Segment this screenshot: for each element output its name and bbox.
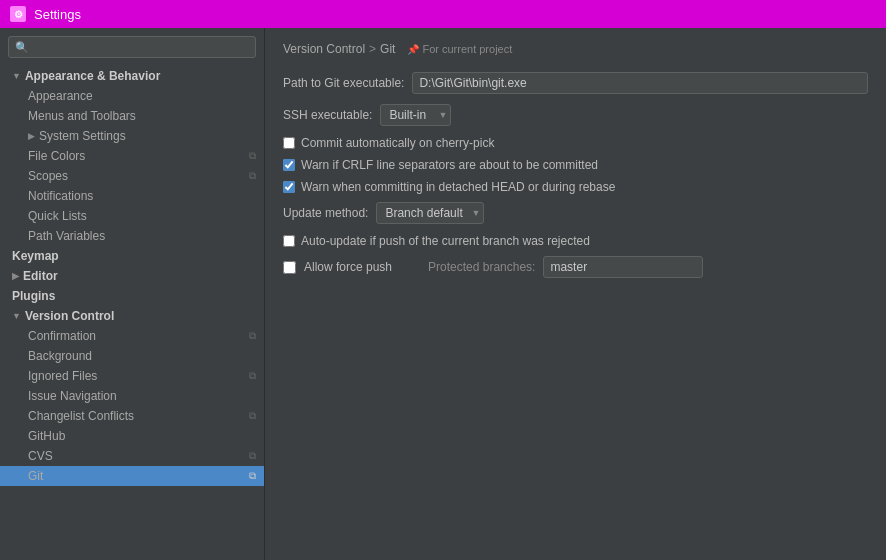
- ssh-select-wrapper[interactable]: Built-in Native System ▼: [380, 104, 451, 126]
- force-push-row: Allow force push Protected branches:: [283, 256, 868, 278]
- sidebar-item-label: Notifications: [28, 189, 93, 203]
- sidebar-item-label: CVS: [28, 449, 53, 463]
- copy-icon: ⧉: [249, 450, 256, 462]
- breadcrumb-part2: Git: [380, 42, 395, 56]
- sidebar-item-appearance[interactable]: Appearance: [0, 86, 264, 106]
- sidebar-item-background[interactable]: Background: [0, 346, 264, 366]
- git-path-row: Path to Git executable:: [283, 72, 868, 94]
- ssh-select[interactable]: Built-in Native System: [380, 104, 451, 126]
- pin-icon: 📌: [407, 44, 419, 55]
- sidebar-item-label: Appearance: [28, 89, 93, 103]
- cherry-pick-checkbox[interactable]: [283, 137, 295, 149]
- sidebar-item-label: System Settings: [39, 129, 126, 143]
- warn-crlf-row: Warn if CRLF line separators are about t…: [283, 158, 868, 172]
- copy-icon: ⧉: [249, 410, 256, 422]
- sidebar-item-label: Confirmation: [28, 329, 96, 343]
- sidebar-item-git[interactable]: Git ⧉: [0, 466, 264, 486]
- ssh-label: SSH executable:: [283, 108, 372, 122]
- search-input[interactable]: [33, 40, 249, 54]
- expand-arrow: [12, 311, 21, 321]
- content-panel: Version Control > Git 📌 For current proj…: [265, 28, 886, 560]
- protected-branches-label: Protected branches:: [428, 260, 535, 274]
- copy-icon: ⧉: [249, 330, 256, 342]
- sidebar-item-label: Issue Navigation: [28, 389, 117, 403]
- sidebar-item-appearance-behavior[interactable]: Appearance & Behavior: [0, 66, 264, 86]
- warn-detached-label: Warn when committing in detached HEAD or…: [301, 180, 615, 194]
- sidebar-item-label: Ignored Files: [28, 369, 97, 383]
- ssh-row: SSH executable: Built-in Native System ▼: [283, 104, 868, 126]
- sidebar-item-keymap[interactable]: Keymap: [0, 246, 264, 266]
- sidebar-item-label: GitHub: [28, 429, 65, 443]
- breadcrumb-part1: Version Control: [283, 42, 365, 56]
- main-container: 🔍 Appearance & Behavior Appearance Menus…: [0, 28, 886, 560]
- copy-icon: ⧉: [249, 370, 256, 382]
- auto-update-checkbox[interactable]: [283, 235, 295, 247]
- sidebar-item-label: Menus and Toolbars: [28, 109, 136, 123]
- update-method-row: Update method: Branch default Merge Reba…: [283, 202, 868, 224]
- sidebar-item-notifications[interactable]: Notifications: [0, 186, 264, 206]
- app-icon: ⚙: [10, 6, 26, 22]
- sidebar-item-label: Changelist Conflicts: [28, 409, 134, 423]
- warn-detached-row: Warn when committing in detached HEAD or…: [283, 180, 868, 194]
- warn-crlf-label: Warn if CRLF line separators are about t…: [301, 158, 598, 172]
- update-method-label: Update method:: [283, 206, 368, 220]
- sidebar-item-label: Keymap: [12, 249, 59, 263]
- sidebar-item-menus-toolbars[interactable]: Menus and Toolbars: [0, 106, 264, 126]
- update-method-select[interactable]: Branch default Merge Rebase: [376, 202, 484, 224]
- copy-icon: ⧉: [249, 150, 256, 162]
- breadcrumb: Version Control > Git 📌 For current proj…: [283, 42, 868, 56]
- expand-arrow: [28, 131, 35, 141]
- sidebar-item-label: Background: [28, 349, 92, 363]
- cherry-pick-label: Commit automatically on cherry-pick: [301, 136, 494, 150]
- sidebar-item-confirmation[interactable]: Confirmation ⧉: [0, 326, 264, 346]
- auto-update-row: Auto-update if push of the current branc…: [283, 234, 868, 248]
- sidebar: 🔍 Appearance & Behavior Appearance Menus…: [0, 28, 265, 560]
- update-method-wrapper[interactable]: Branch default Merge Rebase ▼: [376, 202, 484, 224]
- sidebar-item-cvs[interactable]: CVS ⧉: [0, 446, 264, 466]
- sidebar-item-label: Scopes: [28, 169, 68, 183]
- sidebar-item-path-variables[interactable]: Path Variables: [0, 226, 264, 246]
- search-icon: 🔍: [15, 41, 29, 54]
- cherry-pick-row: Commit automatically on cherry-pick: [283, 136, 868, 150]
- title-bar: ⚙ Settings: [0, 0, 886, 28]
- sidebar-item-issue-navigation[interactable]: Issue Navigation: [0, 386, 264, 406]
- sidebar-item-label: Appearance & Behavior: [25, 69, 160, 83]
- breadcrumb-for-project: 📌 For current project: [407, 43, 512, 55]
- force-push-checkbox[interactable]: [283, 261, 296, 274]
- sidebar-item-label: Version Control: [25, 309, 114, 323]
- sidebar-item-plugins[interactable]: Plugins: [0, 286, 264, 306]
- warn-detached-checkbox[interactable]: [283, 181, 295, 193]
- sidebar-item-version-control[interactable]: Version Control: [0, 306, 264, 326]
- sidebar-item-label: File Colors: [28, 149, 85, 163]
- copy-icon: ⧉: [249, 170, 256, 182]
- sidebar-item-quick-lists[interactable]: Quick Lists: [0, 206, 264, 226]
- sidebar-item-system-settings[interactable]: System Settings: [0, 126, 264, 146]
- window-title: Settings: [34, 7, 81, 22]
- sidebar-item-file-colors[interactable]: File Colors ⧉: [0, 146, 264, 166]
- protected-branches-input[interactable]: [543, 256, 703, 278]
- auto-update-label: Auto-update if push of the current branc…: [301, 234, 590, 248]
- sidebar-item-github[interactable]: GitHub: [0, 426, 264, 446]
- sidebar-item-editor[interactable]: Editor: [0, 266, 264, 286]
- git-path-input[interactable]: [412, 72, 868, 94]
- breadcrumb-sep: >: [369, 42, 376, 56]
- sidebar-item-label: Plugins: [12, 289, 55, 303]
- copy-icon: ⧉: [249, 470, 256, 482]
- sidebar-item-scopes[interactable]: Scopes ⧉: [0, 166, 264, 186]
- breadcrumb-for-project-label: For current project: [422, 43, 512, 55]
- sidebar-item-changelist-conflicts[interactable]: Changelist Conflicts ⧉: [0, 406, 264, 426]
- sidebar-item-label: Editor: [23, 269, 58, 283]
- sidebar-item-label: Path Variables: [28, 229, 105, 243]
- expand-arrow: [12, 71, 21, 81]
- expand-arrow: [12, 271, 19, 281]
- sidebar-item-label: Git: [28, 469, 43, 483]
- git-path-label: Path to Git executable:: [283, 76, 404, 90]
- sidebar-item-ignored-files[interactable]: Ignored Files ⧉: [0, 366, 264, 386]
- warn-crlf-checkbox[interactable]: [283, 159, 295, 171]
- sidebar-item-label: Quick Lists: [28, 209, 87, 223]
- search-box[interactable]: 🔍: [8, 36, 256, 58]
- force-push-label: Allow force push: [304, 260, 392, 274]
